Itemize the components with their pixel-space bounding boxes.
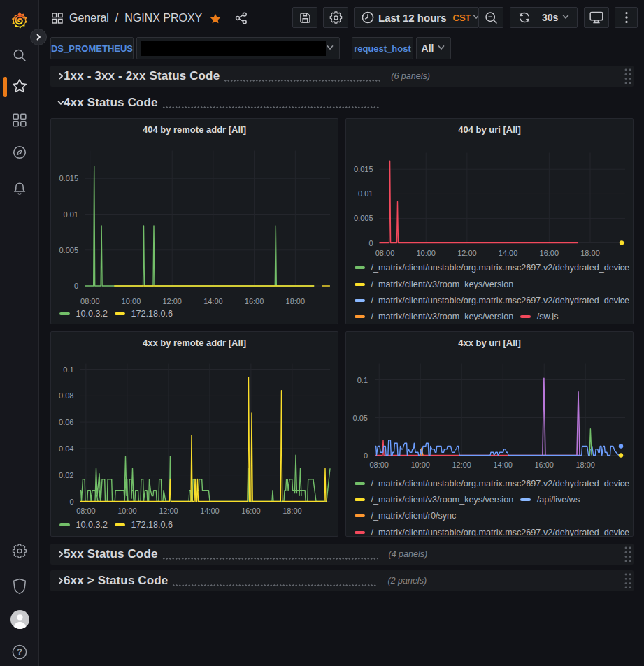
svg-text:?: ? (17, 647, 22, 657)
